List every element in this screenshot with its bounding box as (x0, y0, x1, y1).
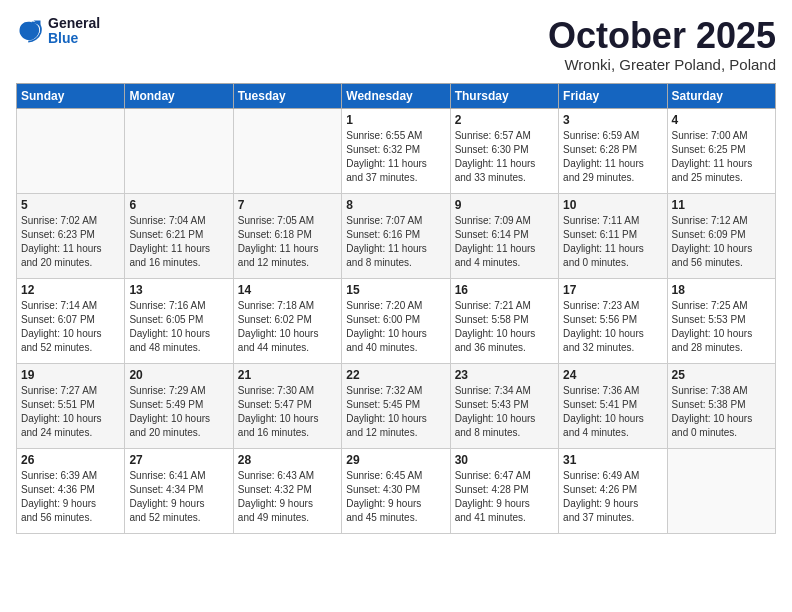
day-number: 9 (455, 198, 554, 212)
day-number: 29 (346, 453, 445, 467)
day-info: Sunrise: 7:32 AM Sunset: 5:45 PM Dayligh… (346, 384, 445, 440)
day-cell: 14Sunrise: 7:18 AM Sunset: 6:02 PM Dayli… (233, 278, 341, 363)
day-number: 12 (21, 283, 120, 297)
day-info: Sunrise: 7:27 AM Sunset: 5:51 PM Dayligh… (21, 384, 120, 440)
logo-icon (16, 17, 44, 45)
day-cell: 26Sunrise: 6:39 AM Sunset: 4:36 PM Dayli… (17, 448, 125, 533)
col-header-friday: Friday (559, 83, 667, 108)
calendar-table: SundayMondayTuesdayWednesdayThursdayFrid… (16, 83, 776, 534)
day-number: 30 (455, 453, 554, 467)
day-number: 19 (21, 368, 120, 382)
day-number: 15 (346, 283, 445, 297)
page-header: General Blue October 2025 Wronki, Greate… (16, 16, 776, 73)
day-number: 4 (672, 113, 771, 127)
day-cell: 16Sunrise: 7:21 AM Sunset: 5:58 PM Dayli… (450, 278, 558, 363)
day-number: 2 (455, 113, 554, 127)
day-number: 11 (672, 198, 771, 212)
day-number: 1 (346, 113, 445, 127)
day-cell: 31Sunrise: 6:49 AM Sunset: 4:26 PM Dayli… (559, 448, 667, 533)
day-info: Sunrise: 7:14 AM Sunset: 6:07 PM Dayligh… (21, 299, 120, 355)
day-number: 27 (129, 453, 228, 467)
day-number: 23 (455, 368, 554, 382)
day-info: Sunrise: 7:30 AM Sunset: 5:47 PM Dayligh… (238, 384, 337, 440)
day-info: Sunrise: 7:29 AM Sunset: 5:49 PM Dayligh… (129, 384, 228, 440)
week-row-5: 26Sunrise: 6:39 AM Sunset: 4:36 PM Dayli… (17, 448, 776, 533)
day-number: 18 (672, 283, 771, 297)
day-cell: 25Sunrise: 7:38 AM Sunset: 5:38 PM Dayli… (667, 363, 775, 448)
day-cell: 13Sunrise: 7:16 AM Sunset: 6:05 PM Dayli… (125, 278, 233, 363)
day-info: Sunrise: 7:38 AM Sunset: 5:38 PM Dayligh… (672, 384, 771, 440)
day-cell: 24Sunrise: 7:36 AM Sunset: 5:41 PM Dayli… (559, 363, 667, 448)
day-number: 26 (21, 453, 120, 467)
day-info: Sunrise: 7:00 AM Sunset: 6:25 PM Dayligh… (672, 129, 771, 185)
day-cell: 29Sunrise: 6:45 AM Sunset: 4:30 PM Dayli… (342, 448, 450, 533)
day-number: 5 (21, 198, 120, 212)
day-cell (125, 108, 233, 193)
day-number: 14 (238, 283, 337, 297)
col-header-thursday: Thursday (450, 83, 558, 108)
logo-blue-text: Blue (48, 31, 100, 46)
day-number: 17 (563, 283, 662, 297)
day-info: Sunrise: 6:59 AM Sunset: 6:28 PM Dayligh… (563, 129, 662, 185)
day-cell: 9Sunrise: 7:09 AM Sunset: 6:14 PM Daylig… (450, 193, 558, 278)
logo-text: General Blue (48, 16, 100, 47)
day-info: Sunrise: 7:12 AM Sunset: 6:09 PM Dayligh… (672, 214, 771, 270)
day-number: 25 (672, 368, 771, 382)
day-cell: 15Sunrise: 7:20 AM Sunset: 6:00 PM Dayli… (342, 278, 450, 363)
week-row-4: 19Sunrise: 7:27 AM Sunset: 5:51 PM Dayli… (17, 363, 776, 448)
day-cell: 30Sunrise: 6:47 AM Sunset: 4:28 PM Dayli… (450, 448, 558, 533)
month-title: October 2025 (548, 16, 776, 56)
day-info: Sunrise: 7:16 AM Sunset: 6:05 PM Dayligh… (129, 299, 228, 355)
day-number: 3 (563, 113, 662, 127)
week-row-2: 5Sunrise: 7:02 AM Sunset: 6:23 PM Daylig… (17, 193, 776, 278)
logo-general-text: General (48, 16, 100, 31)
day-info: Sunrise: 7:07 AM Sunset: 6:16 PM Dayligh… (346, 214, 445, 270)
day-info: Sunrise: 6:39 AM Sunset: 4:36 PM Dayligh… (21, 469, 120, 525)
col-header-monday: Monday (125, 83, 233, 108)
col-header-sunday: Sunday (17, 83, 125, 108)
day-info: Sunrise: 7:23 AM Sunset: 5:56 PM Dayligh… (563, 299, 662, 355)
day-cell: 22Sunrise: 7:32 AM Sunset: 5:45 PM Dayli… (342, 363, 450, 448)
day-info: Sunrise: 6:41 AM Sunset: 4:34 PM Dayligh… (129, 469, 228, 525)
day-number: 13 (129, 283, 228, 297)
day-info: Sunrise: 7:25 AM Sunset: 5:53 PM Dayligh… (672, 299, 771, 355)
day-info: Sunrise: 7:18 AM Sunset: 6:02 PM Dayligh… (238, 299, 337, 355)
day-number: 10 (563, 198, 662, 212)
day-cell (233, 108, 341, 193)
day-number: 28 (238, 453, 337, 467)
title-block: October 2025 Wronki, Greater Poland, Pol… (548, 16, 776, 73)
day-cell: 11Sunrise: 7:12 AM Sunset: 6:09 PM Dayli… (667, 193, 775, 278)
header-row: SundayMondayTuesdayWednesdayThursdayFrid… (17, 83, 776, 108)
day-cell: 1Sunrise: 6:55 AM Sunset: 6:32 PM Daylig… (342, 108, 450, 193)
day-info: Sunrise: 6:43 AM Sunset: 4:32 PM Dayligh… (238, 469, 337, 525)
day-cell: 12Sunrise: 7:14 AM Sunset: 6:07 PM Dayli… (17, 278, 125, 363)
day-cell: 6Sunrise: 7:04 AM Sunset: 6:21 PM Daylig… (125, 193, 233, 278)
day-info: Sunrise: 7:05 AM Sunset: 6:18 PM Dayligh… (238, 214, 337, 270)
day-cell: 3Sunrise: 6:59 AM Sunset: 6:28 PM Daylig… (559, 108, 667, 193)
day-info: Sunrise: 7:04 AM Sunset: 6:21 PM Dayligh… (129, 214, 228, 270)
day-cell: 5Sunrise: 7:02 AM Sunset: 6:23 PM Daylig… (17, 193, 125, 278)
day-number: 6 (129, 198, 228, 212)
day-cell: 28Sunrise: 6:43 AM Sunset: 4:32 PM Dayli… (233, 448, 341, 533)
day-info: Sunrise: 6:47 AM Sunset: 4:28 PM Dayligh… (455, 469, 554, 525)
day-cell: 27Sunrise: 6:41 AM Sunset: 4:34 PM Dayli… (125, 448, 233, 533)
day-cell: 19Sunrise: 7:27 AM Sunset: 5:51 PM Dayli… (17, 363, 125, 448)
day-cell: 2Sunrise: 6:57 AM Sunset: 6:30 PM Daylig… (450, 108, 558, 193)
day-info: Sunrise: 7:09 AM Sunset: 6:14 PM Dayligh… (455, 214, 554, 270)
day-number: 24 (563, 368, 662, 382)
day-cell: 20Sunrise: 7:29 AM Sunset: 5:49 PM Dayli… (125, 363, 233, 448)
day-info: Sunrise: 6:55 AM Sunset: 6:32 PM Dayligh… (346, 129, 445, 185)
day-info: Sunrise: 6:45 AM Sunset: 4:30 PM Dayligh… (346, 469, 445, 525)
day-number: 16 (455, 283, 554, 297)
day-number: 22 (346, 368, 445, 382)
day-number: 31 (563, 453, 662, 467)
day-cell: 7Sunrise: 7:05 AM Sunset: 6:18 PM Daylig… (233, 193, 341, 278)
day-info: Sunrise: 7:36 AM Sunset: 5:41 PM Dayligh… (563, 384, 662, 440)
day-cell: 17Sunrise: 7:23 AM Sunset: 5:56 PM Dayli… (559, 278, 667, 363)
col-header-tuesday: Tuesday (233, 83, 341, 108)
day-info: Sunrise: 7:34 AM Sunset: 5:43 PM Dayligh… (455, 384, 554, 440)
day-cell: 4Sunrise: 7:00 AM Sunset: 6:25 PM Daylig… (667, 108, 775, 193)
day-cell (17, 108, 125, 193)
day-info: Sunrise: 7:20 AM Sunset: 6:00 PM Dayligh… (346, 299, 445, 355)
day-info: Sunrise: 7:21 AM Sunset: 5:58 PM Dayligh… (455, 299, 554, 355)
